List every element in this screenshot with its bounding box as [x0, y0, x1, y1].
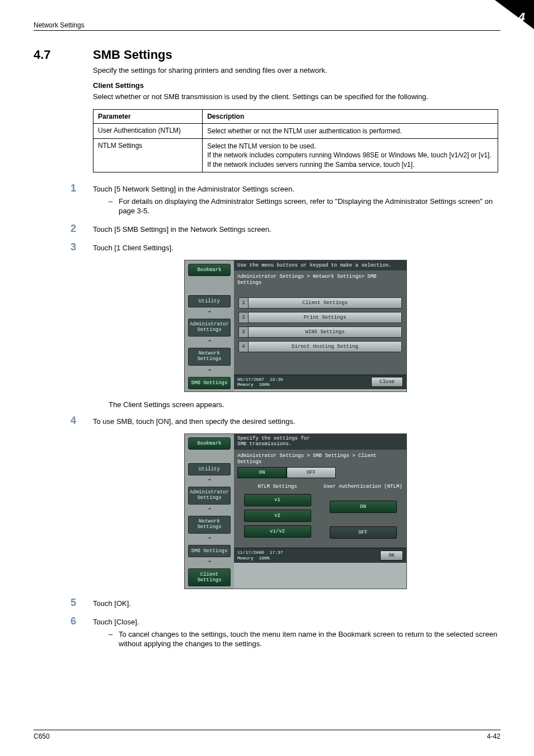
- chapter-corner-badge: 4: [495, 0, 534, 29]
- close-button[interactable]: Close: [371, 377, 403, 387]
- auth-option-on[interactable]: ON: [330, 501, 397, 513]
- menu-item-wins-settings[interactable]: 3 WINS Settings: [238, 326, 402, 338]
- step-number: 6: [71, 615, 93, 627]
- table-row: User Authentication (NTLM) Select whethe…: [93, 124, 498, 139]
- menu-item-direct-hosting[interactable]: 4 Direct Hosting Setting: [238, 341, 402, 352]
- sidebar-item-utility[interactable]: Utility: [188, 463, 231, 475]
- chevron-down-icon: ➔: [185, 338, 234, 344]
- ok-button[interactable]: OK: [380, 550, 403, 561]
- step-number: 1: [71, 183, 93, 194]
- auth-option-off[interactable]: OFF: [330, 526, 397, 539]
- subsection-intro: Select whether or not SMB transmission i…: [93, 92, 498, 102]
- menu-item-client-settings[interactable]: 1 Client Settings: [238, 297, 402, 309]
- chevron-down-icon: ➔: [185, 477, 234, 483]
- menu-item-print-settings[interactable]: 2 Print Settings: [238, 312, 402, 323]
- step-text: To use SMB, touch [ON], and then specify…: [93, 417, 498, 427]
- sidebar-item-utility[interactable]: Utility: [188, 295, 231, 307]
- chevron-down-icon: ➔: [185, 309, 234, 315]
- sidebar-item-network[interactable]: Network Settings: [188, 516, 231, 534]
- step-text: Touch [5 SMB Settings] in the Network Se…: [93, 225, 498, 235]
- cell-desc: Select the NTLM version to be used.If th…: [203, 139, 498, 172]
- device-screenshot-smb-settings: Bookmark Utility ➔ Administrator Setting…: [184, 260, 407, 392]
- step-bullet: –To cancel changes to the settings, touc…: [109, 629, 498, 649]
- footer-right: 4-42: [487, 732, 500, 740]
- step-text: Touch [5 Network Setting] in the Adminis…: [93, 184, 498, 194]
- panel-header-auth: User Authentication (NTLM): [323, 484, 403, 489]
- toggle-off[interactable]: OFF: [287, 467, 336, 478]
- sidebar-item-smb[interactable]: SMB Settings: [188, 377, 231, 389]
- sidebar-item-client[interactable]: Client Settings: [188, 568, 231, 586]
- sidebar-item-admin[interactable]: Administrator Settings: [188, 319, 231, 337]
- after-screenshot-text: The Client Settings screen appears.: [109, 400, 498, 410]
- instruction-bar: Specify the settings forSMB transmission…: [234, 434, 406, 450]
- sidebar-item-network[interactable]: Network Settings: [188, 348, 231, 366]
- table-row: NTLM Settings Select the NTLM version to…: [93, 139, 498, 172]
- bookmark-button[interactable]: Bookmark: [188, 437, 231, 450]
- cell-param: NTLM Settings: [93, 139, 203, 172]
- sidebar-item-admin[interactable]: Administrator Settings: [188, 487, 231, 505]
- step-number: 5: [71, 597, 93, 609]
- svg-marker-0: [495, 0, 534, 29]
- breadcrumb: Administrator Settings > Network Setting…: [234, 270, 406, 293]
- bookmark-button[interactable]: Bookmark: [188, 264, 231, 276]
- section-number: 4.7: [34, 48, 93, 62]
- step-text: Touch [1 Client Settings].: [93, 243, 498, 253]
- device-screenshot-client-settings: Bookmark Utility ➔ Administrator Setting…: [184, 433, 407, 589]
- page-footer: C650 4-42: [34, 730, 500, 740]
- step-text: Touch [OK].: [93, 599, 498, 609]
- parameter-table: Parameter Description User Authenticatio…: [93, 109, 498, 172]
- subsection-heading: Client Settings: [93, 81, 498, 90]
- status-text: 11/17/2006 17:37 Memory 100%: [237, 550, 283, 561]
- table-header-desc: Description: [203, 110, 498, 124]
- chevron-down-icon: ➔: [185, 367, 234, 374]
- ntlm-option-v1[interactable]: v1: [244, 494, 311, 506]
- step-bullet: –For details on displaying the Administr…: [109, 197, 498, 216]
- chevron-down-icon: ➔: [185, 558, 234, 565]
- step-text: Touch [Close].: [93, 617, 498, 627]
- footer-left: C650: [34, 732, 50, 740]
- section-intro: Specify the settings for sharing printer…: [93, 66, 498, 76]
- running-head: Network Settings: [34, 21, 500, 31]
- step-number: 3: [71, 241, 93, 253]
- breadcrumb: Administrator Settings > SMB Settings > …: [234, 450, 406, 468]
- cell-param: User Authentication (NTLM): [93, 124, 203, 139]
- ntlm-option-v2[interactable]: v2: [244, 510, 311, 522]
- section-title: SMB Settings: [93, 48, 172, 62]
- panel-header-ntlm: NTLM Settings: [237, 484, 317, 489]
- chapter-number: 4: [518, 10, 525, 25]
- status-text: 06/17/2007 18:30 Memory 100%: [237, 377, 283, 388]
- step-number: 2: [71, 223, 93, 235]
- instruction-bar: Use the menu buttons or keypad to make a…: [234, 260, 406, 270]
- sidebar-item-smb[interactable]: SMB Settings: [188, 545, 231, 557]
- step-number: 4: [71, 415, 93, 427]
- running-head-text: Network Settings: [34, 21, 85, 29]
- table-header-param: Parameter: [93, 110, 203, 124]
- toggle-on[interactable]: ON: [237, 467, 287, 478]
- chevron-down-icon: ➔: [185, 506, 234, 512]
- ntlm-option-v1v2[interactable]: v1/v2: [244, 525, 311, 538]
- chevron-down-icon: ➔: [185, 535, 234, 542]
- cell-desc: Select whether or not the NTLM user auth…: [203, 124, 498, 139]
